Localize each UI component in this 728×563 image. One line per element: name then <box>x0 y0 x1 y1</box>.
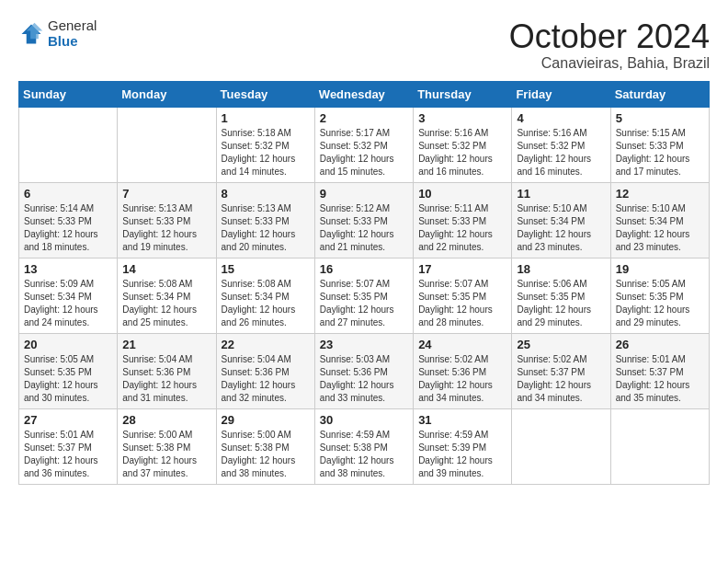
calendar-cell: 30Sunrise: 4:59 AMSunset: 5:38 PMDayligh… <box>314 408 413 484</box>
day-info: Sunrise: 5:15 AMSunset: 5:33 PMDaylight:… <box>616 127 704 178</box>
day-info: Sunrise: 5:13 AMSunset: 5:33 PMDaylight:… <box>222 202 310 254</box>
calendar-cell: 18Sunrise: 5:06 AMSunset: 5:35 PMDayligh… <box>512 258 610 333</box>
day-number: 12 <box>616 187 704 201</box>
calendar-cell: 20Sunrise: 5:05 AMSunset: 5:35 PMDayligh… <box>19 333 118 408</box>
calendar-week-row: 27Sunrise: 5:01 AMSunset: 5:37 PMDayligh… <box>19 408 710 484</box>
day-info: Sunrise: 4:59 AMSunset: 5:38 PMDaylight:… <box>320 429 408 480</box>
logo-general-text: General <box>48 18 97 34</box>
logo-icon <box>18 21 44 47</box>
calendar-cell: 14Sunrise: 5:08 AMSunset: 5:34 PMDayligh… <box>118 258 216 333</box>
day-info: Sunrise: 5:13 AMSunset: 5:33 PMDaylight:… <box>122 202 210 254</box>
calendar-cell <box>610 408 709 484</box>
day-info: Sunrise: 5:10 AMSunset: 5:34 PMDaylight:… <box>616 202 704 254</box>
weekday-row: SundayMondayTuesdayWednesdayThursdayFrid… <box>19 81 710 107</box>
calendar-cell: 10Sunrise: 5:11 AMSunset: 5:33 PMDayligh… <box>414 182 512 258</box>
day-info: Sunrise: 5:18 AMSunset: 5:32 PMDaylight:… <box>222 127 310 178</box>
day-info: Sunrise: 5:02 AMSunset: 5:37 PMDaylight:… <box>517 353 605 405</box>
calendar-week-row: 13Sunrise: 5:09 AMSunset: 5:34 PMDayligh… <box>19 258 710 333</box>
calendar-body: 1Sunrise: 5:18 AMSunset: 5:32 PMDaylight… <box>19 107 710 484</box>
calendar-cell: 22Sunrise: 5:04 AMSunset: 5:36 PMDayligh… <box>216 333 314 408</box>
title-section: October 2024 Canavieiras, Bahia, Brazil <box>509 18 710 72</box>
day-info: Sunrise: 4:59 AMSunset: 5:39 PMDaylight:… <box>418 429 506 480</box>
calendar-cell <box>118 107 216 182</box>
day-number: 13 <box>24 262 112 276</box>
day-info: Sunrise: 5:07 AMSunset: 5:35 PMDaylight:… <box>320 278 408 329</box>
calendar-cell: 21Sunrise: 5:04 AMSunset: 5:36 PMDayligh… <box>118 333 216 408</box>
month-title: October 2024 <box>509 18 710 55</box>
day-number: 26 <box>616 338 704 351</box>
day-number: 5 <box>616 111 704 125</box>
location: Canavieiras, Bahia, Brazil <box>509 55 710 72</box>
calendar-cell: 3Sunrise: 5:16 AMSunset: 5:32 PMDaylight… <box>414 107 512 182</box>
weekday-header: Monday <box>118 81 216 107</box>
day-number: 19 <box>616 262 704 276</box>
weekday-header: Sunday <box>19 81 118 107</box>
calendar-cell: 7Sunrise: 5:13 AMSunset: 5:33 PMDaylight… <box>118 182 216 258</box>
day-number: 6 <box>24 187 112 201</box>
day-number: 28 <box>122 413 210 427</box>
logo-text: General Blue <box>48 18 97 49</box>
day-info: Sunrise: 5:04 AMSunset: 5:36 PMDaylight:… <box>122 353 210 405</box>
day-number: 15 <box>222 262 310 276</box>
day-info: Sunrise: 5:06 AMSunset: 5:35 PMDaylight:… <box>517 278 605 329</box>
day-info: Sunrise: 5:14 AMSunset: 5:33 PMDaylight:… <box>24 202 112 254</box>
day-number: 27 <box>24 413 112 427</box>
calendar-cell: 9Sunrise: 5:12 AMSunset: 5:33 PMDaylight… <box>314 182 413 258</box>
day-number: 2 <box>320 111 408 125</box>
calendar-cell: 11Sunrise: 5:10 AMSunset: 5:34 PMDayligh… <box>512 182 610 258</box>
calendar-cell: 16Sunrise: 5:07 AMSunset: 5:35 PMDayligh… <box>314 258 413 333</box>
day-info: Sunrise: 5:03 AMSunset: 5:36 PMDaylight:… <box>320 353 408 405</box>
calendar-cell: 26Sunrise: 5:01 AMSunset: 5:37 PMDayligh… <box>610 333 709 408</box>
calendar-cell <box>19 107 118 182</box>
day-info: Sunrise: 5:05 AMSunset: 5:35 PMDaylight:… <box>24 353 112 405</box>
calendar-cell: 23Sunrise: 5:03 AMSunset: 5:36 PMDayligh… <box>314 333 413 408</box>
calendar-cell: 8Sunrise: 5:13 AMSunset: 5:33 PMDaylight… <box>216 182 314 258</box>
calendar-header: SundayMondayTuesdayWednesdayThursdayFrid… <box>19 81 710 107</box>
calendar-cell: 17Sunrise: 5:07 AMSunset: 5:35 PMDayligh… <box>414 258 512 333</box>
calendar-table: SundayMondayTuesdayWednesdayThursdayFrid… <box>18 81 710 485</box>
weekday-header: Tuesday <box>216 81 314 107</box>
day-number: 24 <box>418 338 506 351</box>
calendar-week-row: 20Sunrise: 5:05 AMSunset: 5:35 PMDayligh… <box>19 333 710 408</box>
calendar-cell: 4Sunrise: 5:16 AMSunset: 5:32 PMDaylight… <box>512 107 610 182</box>
logo: General Blue <box>18 18 97 49</box>
page-header: General Blue October 2024 Canavieiras, B… <box>18 18 710 72</box>
day-number: 10 <box>418 187 506 201</box>
logo-blue-text: Blue <box>48 34 97 50</box>
calendar-cell: 24Sunrise: 5:02 AMSunset: 5:36 PMDayligh… <box>414 333 512 408</box>
day-info: Sunrise: 5:08 AMSunset: 5:34 PMDaylight:… <box>122 278 210 329</box>
day-number: 25 <box>517 338 605 351</box>
day-info: Sunrise: 5:16 AMSunset: 5:32 PMDaylight:… <box>418 127 506 178</box>
day-info: Sunrise: 5:17 AMSunset: 5:32 PMDaylight:… <box>320 127 408 178</box>
weekday-header: Friday <box>512 81 610 107</box>
day-info: Sunrise: 5:10 AMSunset: 5:34 PMDaylight:… <box>517 202 605 254</box>
weekday-header: Wednesday <box>314 81 413 107</box>
day-info: Sunrise: 5:11 AMSunset: 5:33 PMDaylight:… <box>418 202 506 254</box>
day-number: 18 <box>517 262 605 276</box>
weekday-header: Thursday <box>414 81 512 107</box>
day-number: 17 <box>418 262 506 276</box>
day-number: 11 <box>517 187 605 201</box>
calendar-cell: 1Sunrise: 5:18 AMSunset: 5:32 PMDaylight… <box>216 107 314 182</box>
day-number: 30 <box>320 413 408 427</box>
calendar-cell: 25Sunrise: 5:02 AMSunset: 5:37 PMDayligh… <box>512 333 610 408</box>
day-info: Sunrise: 5:01 AMSunset: 5:37 PMDaylight:… <box>24 429 112 480</box>
day-number: 8 <box>222 187 310 201</box>
day-info: Sunrise: 5:09 AMSunset: 5:34 PMDaylight:… <box>24 278 112 329</box>
day-number: 22 <box>222 338 310 351</box>
calendar-cell: 5Sunrise: 5:15 AMSunset: 5:33 PMDaylight… <box>610 107 709 182</box>
calendar-cell: 13Sunrise: 5:09 AMSunset: 5:34 PMDayligh… <box>19 258 118 333</box>
day-number: 23 <box>320 338 408 351</box>
day-number: 16 <box>320 262 408 276</box>
calendar-cell: 12Sunrise: 5:10 AMSunset: 5:34 PMDayligh… <box>610 182 709 258</box>
day-number: 21 <box>122 338 210 351</box>
weekday-header: Saturday <box>610 81 709 107</box>
day-info: Sunrise: 5:02 AMSunset: 5:36 PMDaylight:… <box>418 353 506 405</box>
day-number: 4 <box>517 111 605 125</box>
calendar-cell: 31Sunrise: 4:59 AMSunset: 5:39 PMDayligh… <box>414 408 512 484</box>
day-info: Sunrise: 5:12 AMSunset: 5:33 PMDaylight:… <box>320 202 408 254</box>
day-number: 14 <box>122 262 210 276</box>
calendar-cell <box>512 408 610 484</box>
calendar-week-row: 6Sunrise: 5:14 AMSunset: 5:33 PMDaylight… <box>19 182 710 258</box>
day-info: Sunrise: 5:04 AMSunset: 5:36 PMDaylight:… <box>222 353 310 405</box>
